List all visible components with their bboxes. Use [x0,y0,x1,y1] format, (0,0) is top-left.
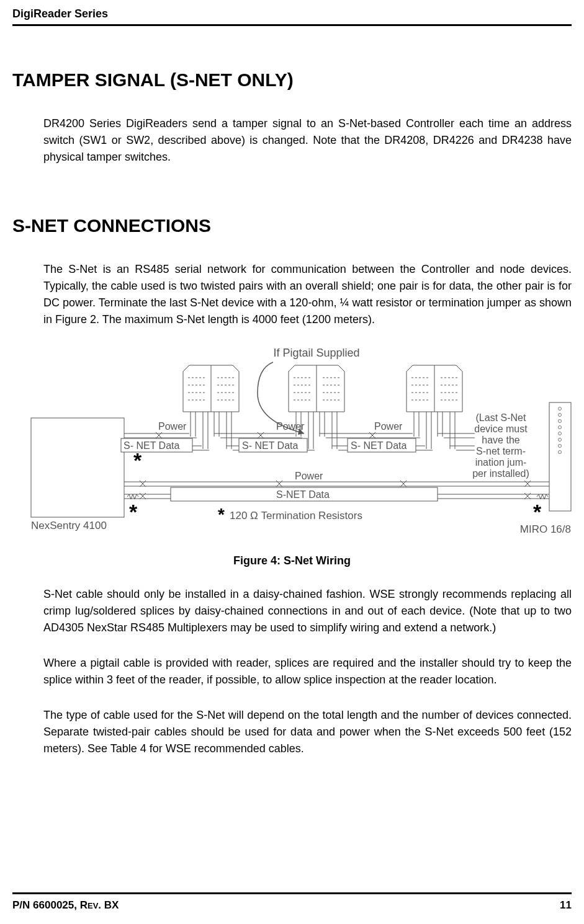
power-bus-label: Power [295,471,323,481]
footer-rev: EV [88,901,98,910]
last-device-note-4: S-net term- [476,446,526,456]
last-device-note-5: ination jum- [475,457,527,468]
page-footer: P/N 6600025, REV. BX 11 [12,892,572,912]
reader-box-1 [183,365,239,412]
last-device-note-6: per installed) [472,468,529,479]
snet-para3: Where a pigtail cable is provided with r… [43,655,572,688]
snet-data-label-1: S- NET Data [124,440,180,451]
footer-pn: P/N 6600025, REV. BX [12,899,119,912]
star4: * [218,505,225,524]
footer-bx: . BX [98,899,119,911]
figure-caption: Figure 4: S-Net Wiring [12,554,572,567]
termination-label: 120 Ω Termination Resistors [230,510,362,522]
snet-data-label-3: S- NET Data [351,440,407,451]
svg-rect-0 [31,418,124,517]
figure-wrap: If Pigtail Supplied Power Power Power S-… [28,347,572,545]
spacer [12,184,572,215]
page-header: DigiReader Series [12,7,572,26]
star1: * [133,448,142,472]
tamper-para1: DR4200 Series DigiReaders send a tamper … [43,115,572,166]
power-label-2: Power [276,421,305,432]
miro-label: MIRO 16/8 [520,523,571,535]
series-label: DigiReader Series [12,7,572,20]
star2: * [129,500,138,523]
snet-heading: S-NET CONNECTIONS [12,215,572,236]
tamper-heading: TAMPER SIGNAL (S-NET ONLY) [12,69,572,91]
last-device-note-2: device must [474,424,528,434]
snet-data-label-2: S- NET Data [242,440,299,451]
last-device-note-3: have the [482,435,519,445]
snet-para4: The type of cable used for the S-Net wil… [43,707,572,757]
snet-para2: S-Net cable should only be installed in … [43,586,572,636]
snet-wiring-diagram: If Pigtail Supplied Power Power Power S-… [28,347,574,545]
reader-box-3 [407,365,462,412]
svg-rect-1 [549,402,571,511]
footer-page: 11 [560,899,572,912]
star3: * [533,500,542,523]
snet-data-bus-label: S-NET Data [276,489,330,500]
power-label-1: Power [158,421,187,432]
nexsentry-label: NexSentry 4100 [31,520,107,531]
snet-para1: The S-Net is an RS485 serial network for… [43,261,572,328]
pigtail-label: If Pigtail Supplied [273,347,359,359]
footer-pn-prefix: P/N 6600025, R [12,899,88,911]
last-device-note-1: (Last S-Net [476,412,526,423]
reader-box-2 [289,365,344,412]
power-label-3: Power [374,421,403,432]
